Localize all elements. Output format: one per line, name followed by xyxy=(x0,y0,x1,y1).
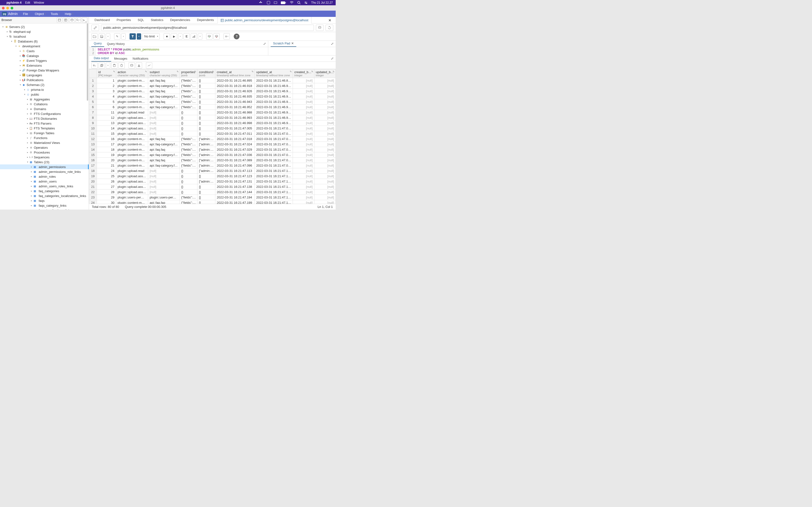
tab-dependencies[interactable]: Dependencies xyxy=(167,17,193,23)
tree-localhost[interactable]: ▾🐘localhost xyxy=(0,34,89,39)
table-row[interactable]: 11plugin::content-manag…api::faq.faq{"fi… xyxy=(89,78,336,83)
pencil-icon[interactable]: ✎ xyxy=(176,70,179,73)
mac-app-name[interactable]: pgAdmin 4 xyxy=(6,1,21,4)
table-row[interactable]: 44plugin::content-manag…api::faq-categor… xyxy=(89,94,336,99)
explain-icon[interactable]: E xyxy=(184,33,190,40)
add-row-icon[interactable]: ≡₊ xyxy=(91,62,98,68)
col-created_at[interactable]: created_at✎timestamp without time zone xyxy=(215,69,255,78)
edit-dropdown[interactable]: ▾ xyxy=(121,33,126,40)
tree-public-fts-templates[interactable]: ▸📋FTS Templates xyxy=(0,126,89,131)
table-row[interactable]: 66plugin::content-manag…api::faq-categor… xyxy=(89,105,336,110)
menu-tools[interactable]: Tools▾ xyxy=(49,12,62,16)
edit-icon[interactable]: ✎ xyxy=(114,33,120,40)
help-icon[interactable]: ? xyxy=(234,34,240,39)
tree-table-faqs_localizations_links[interactable]: ▸▦faqs_localizations_links xyxy=(0,208,89,210)
table-row[interactable]: 711plugin::upload.read[null]{}[]2022-03-… xyxy=(89,110,336,115)
tree-public-functions[interactable]: ▸ƒFunctions xyxy=(0,135,89,140)
run-dropdown[interactable]: ▾ xyxy=(178,33,183,40)
search-icon[interactable] xyxy=(297,1,301,4)
tree-databases[interactable]: ▾🗄Databases (6) xyxy=(0,39,89,44)
col-action[interactable]: action✎character varying (255) xyxy=(116,69,148,78)
refresh-history-icon[interactable] xyxy=(325,24,333,31)
table-row[interactable]: 1721plugin::content-manag…api::faq-categ… xyxy=(89,163,336,168)
col-updated_at[interactable]: updated_at✎timestamp without time zone xyxy=(255,69,293,78)
stop-icon[interactable]: ■ xyxy=(164,33,170,40)
data-grid[interactable]: id✎[PK] integeraction✎character varying … xyxy=(89,69,336,204)
table-row[interactable]: 1519plugin::content-manag…api::faq-categ… xyxy=(89,152,336,158)
connection-icon[interactable] xyxy=(91,24,99,31)
battery-icon[interactable] xyxy=(281,1,286,4)
tree-table-admin_permissions[interactable]: ▸▦admin_permissions xyxy=(0,164,89,169)
browser-toolbar-field-icon[interactable] xyxy=(57,17,62,23)
pencil-icon[interactable]: ✎ xyxy=(212,70,214,73)
expand-output-icon[interactable]: ⤢ xyxy=(331,56,334,60)
tree-table-admin_users_roles_links[interactable]: ▸▦admin_users_roles_links xyxy=(0,184,89,188)
tree-table-admin_users[interactable]: ▸▦admin_users xyxy=(0,179,89,184)
tree-public-domains[interactable]: ▸◈Domains xyxy=(0,107,89,111)
copy-dropdown[interactable]: ▾ xyxy=(106,62,110,68)
pencil-icon[interactable]: ✎ xyxy=(194,70,196,73)
tab-close-all[interactable]: ✕ xyxy=(326,17,333,23)
download-icon[interactable] xyxy=(136,62,142,68)
table-row[interactable]: 1620plugin::content-manag…api::faq.faq{"… xyxy=(89,158,336,163)
tree-item-catalogs[interactable]: ▸📚Catalogs xyxy=(0,53,89,58)
tree-public-fts-parsers[interactable]: ▸AaFTS Parsers xyxy=(0,121,89,126)
expand-scratch-icon[interactable]: ⤢ xyxy=(331,42,334,46)
paste-icon[interactable] xyxy=(111,62,117,68)
path-input[interactable]: public.admin_permissions/development/pos… xyxy=(101,24,314,31)
col-subject[interactable]: subject✎character varying (255) xyxy=(148,69,180,78)
subtab-history[interactable]: Query History xyxy=(105,41,127,47)
window-close[interactable] xyxy=(2,7,5,9)
docker-icon[interactable] xyxy=(259,1,263,4)
chart-icon[interactable] xyxy=(146,62,152,68)
table-row[interactable]: 1317plugin::content-manag…api::faq-categ… xyxy=(89,142,336,147)
tab-query[interactable]: public.admin_permissions/development/pos… xyxy=(217,17,311,23)
table-row[interactable]: 1418plugin::content-manag…api::faq.faq{"… xyxy=(89,147,336,152)
explain-dropdown[interactable]: ▾ xyxy=(198,33,202,40)
col-rownum[interactable] xyxy=(89,69,97,78)
menu-help[interactable]: Help▾ xyxy=(63,12,75,16)
filter-icon[interactable] xyxy=(130,33,136,40)
tree-schema-public[interactable]: ▾◇public xyxy=(0,92,89,97)
pencil-icon[interactable]: ✎ xyxy=(113,70,115,73)
pencil-icon[interactable]: ✎ xyxy=(311,70,313,73)
save-icon[interactable] xyxy=(99,33,105,40)
pencil-icon[interactable]: ✎ xyxy=(333,70,335,73)
sidebar-scrollbar[interactable] xyxy=(86,23,89,210)
table-row[interactable]: 812plugin::upload.assets.c…[null]{}[]202… xyxy=(89,115,336,120)
browser-toolbar-search-icon[interactable]: ▾ xyxy=(75,17,81,23)
output-tab-data[interactable]: Data output xyxy=(91,55,111,62)
table-row[interactable]: 55plugin::content-manag…api::faq.faq{"fi… xyxy=(89,99,336,105)
wifi-icon[interactable] xyxy=(290,1,294,4)
col-properties[interactable]: properties✎jsonb xyxy=(180,69,197,78)
browser-toolbar-terminal-icon[interactable]: ≻_ xyxy=(82,17,87,23)
scratch-pad-tab[interactable]: Scratch Pad✕ xyxy=(271,40,296,47)
expand-query-icon[interactable]: ⤢ xyxy=(263,42,266,46)
browser-toolbar-sql-icon[interactable] xyxy=(69,17,75,23)
table-row[interactable]: 1014plugin::upload.assets.d…[null]{}[]20… xyxy=(89,126,336,131)
table-row[interactable]: 33plugin::content-manag…api::faq.faq{"fi… xyxy=(89,89,336,94)
tab-dashboard[interactable]: Dashboard xyxy=(91,17,113,23)
pencil-icon[interactable]: ✎ xyxy=(145,70,147,73)
copy-icon[interactable] xyxy=(99,62,105,68)
explain-analyze-icon[interactable] xyxy=(191,33,197,40)
table-row[interactable]: 2329plugin::users-permissi…plugin::users… xyxy=(89,195,336,200)
menu-object[interactable]: Object▾ xyxy=(33,12,48,16)
tree-table-admin_permissions_role_links[interactable]: ▸▦admin_permissions_role_links xyxy=(0,169,89,174)
window-minimize[interactable] xyxy=(6,7,9,9)
tree-public-fts-dictionaries[interactable]: ▸📖FTS Dictionaries xyxy=(0,116,89,121)
pencil-icon[interactable]: ✎ xyxy=(252,70,254,73)
macros-icon[interactable]: ≡▾ xyxy=(223,33,230,40)
tree-public-operators[interactable]: ▸⊕Operators xyxy=(0,145,89,150)
mac-menu-edit[interactable]: Edit xyxy=(25,1,30,4)
commit-icon[interactable] xyxy=(206,33,212,40)
tab-sql[interactable]: SQL xyxy=(135,17,147,23)
tree-table-faqs_category_links[interactable]: ▸▦faqs_category_links xyxy=(0,203,89,208)
tree-table-faq_categories_localizations_links[interactable]: ▸▦faq_categories_localizations_links xyxy=(0,193,89,198)
tab-statistics[interactable]: Statistics xyxy=(148,17,166,23)
col-created_by_id[interactable]: created_by_id✎integer xyxy=(293,69,314,78)
tab-dependents[interactable]: Dependents xyxy=(194,17,217,23)
tab-properties[interactable]: Properties xyxy=(114,17,134,23)
mac-menu-window[interactable]: Window xyxy=(34,1,44,4)
tree-item-casts[interactable]: ▸⎘Casts xyxy=(0,49,89,53)
